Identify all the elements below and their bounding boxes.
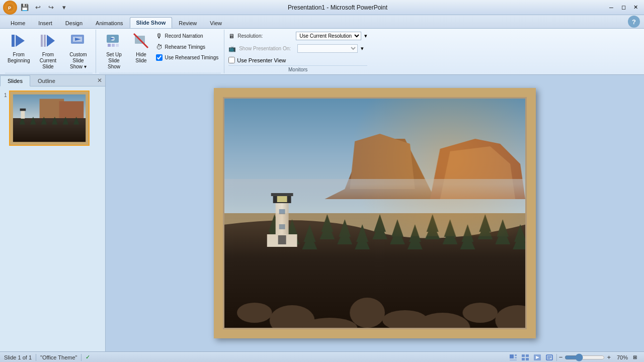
titlebar-left: P 💾 ↩ ↪ ▾ (3, 1, 69, 15)
resolution-icon: 🖥 (228, 33, 234, 40)
close-btn[interactable]: ✕ (630, 3, 641, 13)
normal-view-icon (510, 354, 517, 360)
record-narration-label: Record Narration (165, 33, 203, 39)
slide-1-thumbnail[interactable] (9, 90, 90, 146)
svg-rect-5 (44, 35, 46, 47)
office-button[interactable]: P (3, 1, 17, 15)
slides-list: 1 (0, 86, 105, 351)
zoom-out-btn[interactable]: − (559, 353, 563, 361)
custom-slideshow-label: CustomSlide Show ▾ (66, 52, 90, 70)
ribbon-content: FromBeginning FromCurrent Slide (0, 28, 644, 74)
status-sep-1 (36, 354, 36, 361)
from-current-icon (40, 33, 56, 51)
use-rehearsed-timings-btn[interactable]: Use Rehearsed Timings (153, 53, 221, 62)
slideshow-view-btn[interactable] (532, 353, 542, 362)
group-start-slideshow-content: FromBeginning FromCurrent Slide (5, 31, 93, 72)
save-quick-btn[interactable]: 💾 (19, 3, 30, 13)
slide-1-container: 1 (4, 90, 101, 146)
resolution-select[interactable]: Use Current Resolution 640×480 800×600 1… (296, 32, 361, 40)
svg-rect-25 (526, 358, 529, 360)
use-rehearsed-label: Use Rehearsed Timings (165, 55, 218, 60)
group-setup: Set UpSlide Show HideSlide 🎙 Record Narr (96, 30, 224, 73)
statusbar: Slide 1 of 1 "Office Theme" ✓ (0, 351, 644, 362)
show-on-label: Show Presentation On: (239, 46, 294, 51)
customize-quick-access-btn[interactable]: ▾ (58, 3, 69, 13)
show-on-row: 📺 Show Presentation On: ▾ (228, 44, 364, 53)
slide-1-number: 1 (4, 90, 7, 98)
slide-main-canvas (224, 99, 525, 328)
set-up-slide-show-btn[interactable]: Set UpSlide Show (99, 31, 128, 72)
setup-label: Set UpSlide Show (102, 52, 126, 70)
main-area: Slides Outline ✕ 1 (0, 75, 644, 351)
record-narration-btn[interactable]: 🎙 Record Narration (153, 31, 221, 41)
svg-marker-6 (47, 35, 55, 47)
svg-text:P: P (8, 6, 11, 11)
custom-slideshow-icon (70, 33, 86, 51)
zoom-level: 70% (613, 354, 628, 360)
setup-small-group: 🎙 Record Narration ⏱ Rehearse Timings Us… (153, 31, 221, 62)
slides-panel: Slides Outline ✕ 1 (0, 75, 106, 351)
redo-btn[interactable]: ↪ (45, 3, 56, 13)
from-beginning-icon (11, 33, 27, 51)
tab-animations[interactable]: Animations (89, 17, 129, 28)
group-monitors: 🖥 Resolution: Use Current Resolution 640… (224, 30, 371, 73)
ribbon: Home Insert Design Animations Slide Show… (0, 15, 644, 75)
minimize-btn[interactable]: ─ (606, 3, 617, 13)
tab-home[interactable]: Home (4, 17, 32, 28)
svg-rect-24 (522, 358, 525, 360)
hide-slide-icon (133, 33, 149, 51)
presenter-view-checkbox[interactable] (228, 57, 235, 63)
check-icon: ✓ (86, 354, 90, 360)
reading-view-btn[interactable] (544, 353, 554, 362)
svg-rect-20 (515, 357, 517, 358)
svg-rect-19 (515, 354, 517, 356)
group-monitors-label: Monitors (228, 65, 367, 73)
record-narration-icon: 🎙 (156, 32, 163, 40)
svg-rect-2 (12, 35, 15, 47)
svg-marker-3 (16, 35, 25, 47)
reading-view-icon (546, 354, 553, 360)
statusbar-left: Slide 1 of 1 "Office Theme" ✓ (4, 354, 504, 361)
help-btn[interactable]: ? (628, 16, 640, 28)
svg-rect-23 (526, 354, 529, 357)
from-current-label: FromCurrent Slide (36, 52, 60, 70)
panel-close-btn[interactable]: ✕ (94, 76, 105, 85)
panel-tabs: Slides Outline ✕ (0, 75, 105, 86)
resolution-label: Resolution: (237, 33, 293, 39)
slide-sorter-icon (522, 354, 529, 360)
tab-slideshow[interactable]: Slide Show (130, 17, 173, 28)
zoom-in-btn[interactable]: + (607, 353, 611, 361)
from-beginning-btn[interactable]: FromBeginning (5, 31, 32, 66)
tab-design[interactable]: Design (59, 17, 89, 28)
svg-rect-21 (510, 359, 517, 360)
slideshow-view-icon (534, 354, 541, 360)
status-sep-zoom (556, 354, 557, 361)
hide-slide-btn[interactable]: HideSlide (129, 31, 152, 66)
slides-tab[interactable]: Slides (0, 75, 30, 86)
ribbon-tabs: Home Insert Design Animations Slide Show… (0, 15, 644, 28)
custom-slide-show-btn[interactable]: CustomSlide Show ▾ (63, 31, 93, 72)
restore-btn[interactable]: ◻ (618, 3, 629, 13)
rehearse-timings-btn[interactable]: ⏱ Rehearse Timings (153, 42, 221, 52)
from-beginning-label: FromBeginning (8, 52, 30, 64)
presenter-view-row: Use Presenter View (228, 57, 286, 63)
undo-btn[interactable]: ↩ (32, 3, 43, 13)
monitors-content: 🖥 Resolution: Use Current Resolution 640… (228, 32, 367, 64)
from-current-slide-btn[interactable]: FromCurrent Slide (33, 31, 62, 72)
tab-insert[interactable]: Insert (32, 17, 59, 28)
show-on-select[interactable] (297, 44, 358, 53)
use-rehearsed-checkbox[interactable] (156, 54, 163, 61)
tab-review[interactable]: Review (172, 17, 203, 28)
zoom-slider[interactable] (565, 354, 605, 360)
fit-to-window-btn[interactable]: ⊞ (630, 353, 640, 362)
normal-view-btn[interactable] (508, 353, 518, 362)
resolution-dropdown-icon: ▾ (364, 33, 367, 39)
group-start-slideshow: FromBeginning FromCurrent Slide (2, 30, 96, 73)
svg-rect-22 (522, 354, 525, 357)
slide-inner[interactable] (223, 97, 527, 329)
slide-info: Slide 1 of 1 (4, 354, 32, 360)
slide-sorter-btn[interactable] (520, 353, 530, 362)
outline-tab[interactable]: Outline (30, 75, 63, 86)
svg-rect-15 (116, 44, 119, 47)
tab-view[interactable]: View (203, 17, 228, 28)
